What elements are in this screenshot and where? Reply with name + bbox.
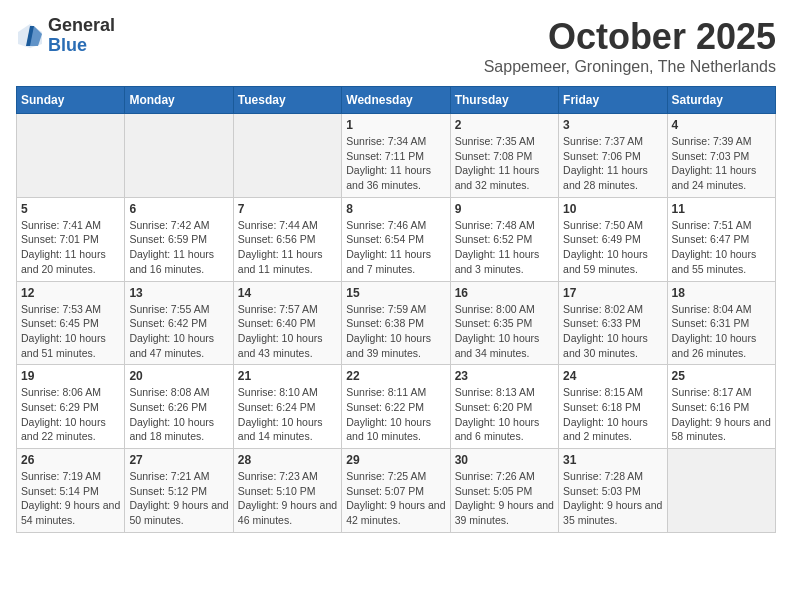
weekday-header-wednesday: Wednesday [342,87,450,114]
day-detail: Sunrise: 7:41 AM Sunset: 7:01 PM Dayligh… [21,218,120,277]
day-cell: 24Sunrise: 8:15 AM Sunset: 6:18 PM Dayli… [559,365,667,449]
day-number: 17 [563,286,662,300]
day-cell: 17Sunrise: 8:02 AM Sunset: 6:33 PM Dayli… [559,281,667,365]
logo: General Blue [16,16,115,56]
day-cell: 9Sunrise: 7:48 AM Sunset: 6:52 PM Daylig… [450,197,558,281]
day-detail: Sunrise: 7:23 AM Sunset: 5:10 PM Dayligh… [238,469,337,528]
weekday-row: SundayMondayTuesdayWednesdayThursdayFrid… [17,87,776,114]
day-number: 27 [129,453,228,467]
day-detail: Sunrise: 7:34 AM Sunset: 7:11 PM Dayligh… [346,134,445,193]
day-cell: 11Sunrise: 7:51 AM Sunset: 6:47 PM Dayli… [667,197,775,281]
weekday-header-friday: Friday [559,87,667,114]
day-number: 20 [129,369,228,383]
day-cell: 5Sunrise: 7:41 AM Sunset: 7:01 PM Daylig… [17,197,125,281]
day-number: 9 [455,202,554,216]
day-cell: 20Sunrise: 8:08 AM Sunset: 6:26 PM Dayli… [125,365,233,449]
week-row-3: 12Sunrise: 7:53 AM Sunset: 6:45 PM Dayli… [17,281,776,365]
title-area: October 2025 Sappemeer, Groningen, The N… [484,16,776,76]
day-detail: Sunrise: 8:04 AM Sunset: 6:31 PM Dayligh… [672,302,771,361]
logo-text: General Blue [48,16,115,56]
day-detail: Sunrise: 8:02 AM Sunset: 6:33 PM Dayligh… [563,302,662,361]
day-cell [667,449,775,533]
day-cell: 7Sunrise: 7:44 AM Sunset: 6:56 PM Daylig… [233,197,341,281]
day-number: 18 [672,286,771,300]
day-detail: Sunrise: 7:26 AM Sunset: 5:05 PM Dayligh… [455,469,554,528]
calendar-header: SundayMondayTuesdayWednesdayThursdayFrid… [17,87,776,114]
weekday-header-sunday: Sunday [17,87,125,114]
day-number: 7 [238,202,337,216]
day-detail: Sunrise: 7:55 AM Sunset: 6:42 PM Dayligh… [129,302,228,361]
day-number: 29 [346,453,445,467]
day-cell: 29Sunrise: 7:25 AM Sunset: 5:07 PM Dayli… [342,449,450,533]
day-number: 10 [563,202,662,216]
day-number: 28 [238,453,337,467]
day-cell: 22Sunrise: 8:11 AM Sunset: 6:22 PM Dayli… [342,365,450,449]
day-cell: 4Sunrise: 7:39 AM Sunset: 7:03 PM Daylig… [667,114,775,198]
day-detail: Sunrise: 7:19 AM Sunset: 5:14 PM Dayligh… [21,469,120,528]
header: General Blue October 2025 Sappemeer, Gro… [16,16,776,76]
day-number: 13 [129,286,228,300]
day-number: 30 [455,453,554,467]
day-number: 16 [455,286,554,300]
calendar-body: 1Sunrise: 7:34 AM Sunset: 7:11 PM Daylig… [17,114,776,533]
day-detail: Sunrise: 8:00 AM Sunset: 6:35 PM Dayligh… [455,302,554,361]
day-detail: Sunrise: 7:37 AM Sunset: 7:06 PM Dayligh… [563,134,662,193]
day-cell: 31Sunrise: 7:28 AM Sunset: 5:03 PM Dayli… [559,449,667,533]
day-cell: 25Sunrise: 8:17 AM Sunset: 6:16 PM Dayli… [667,365,775,449]
day-number: 23 [455,369,554,383]
day-cell: 1Sunrise: 7:34 AM Sunset: 7:11 PM Daylig… [342,114,450,198]
day-number: 22 [346,369,445,383]
weekday-header-monday: Monday [125,87,233,114]
day-cell: 6Sunrise: 7:42 AM Sunset: 6:59 PM Daylig… [125,197,233,281]
day-detail: Sunrise: 8:15 AM Sunset: 6:18 PM Dayligh… [563,385,662,444]
week-row-4: 19Sunrise: 8:06 AM Sunset: 6:29 PM Dayli… [17,365,776,449]
day-detail: Sunrise: 7:48 AM Sunset: 6:52 PM Dayligh… [455,218,554,277]
day-cell: 28Sunrise: 7:23 AM Sunset: 5:10 PM Dayli… [233,449,341,533]
day-number: 19 [21,369,120,383]
day-number: 2 [455,118,554,132]
day-number: 8 [346,202,445,216]
week-row-5: 26Sunrise: 7:19 AM Sunset: 5:14 PM Dayli… [17,449,776,533]
day-detail: Sunrise: 8:10 AM Sunset: 6:24 PM Dayligh… [238,385,337,444]
day-cell: 2Sunrise: 7:35 AM Sunset: 7:08 PM Daylig… [450,114,558,198]
day-cell: 14Sunrise: 7:57 AM Sunset: 6:40 PM Dayli… [233,281,341,365]
day-detail: Sunrise: 8:11 AM Sunset: 6:22 PM Dayligh… [346,385,445,444]
day-cell: 26Sunrise: 7:19 AM Sunset: 5:14 PM Dayli… [17,449,125,533]
day-number: 24 [563,369,662,383]
day-cell: 8Sunrise: 7:46 AM Sunset: 6:54 PM Daylig… [342,197,450,281]
day-number: 21 [238,369,337,383]
day-cell: 3Sunrise: 7:37 AM Sunset: 7:06 PM Daylig… [559,114,667,198]
day-detail: Sunrise: 7:57 AM Sunset: 6:40 PM Dayligh… [238,302,337,361]
day-number: 15 [346,286,445,300]
day-cell [233,114,341,198]
calendar-table: SundayMondayTuesdayWednesdayThursdayFrid… [16,86,776,533]
day-detail: Sunrise: 7:39 AM Sunset: 7:03 PM Dayligh… [672,134,771,193]
calendar-title: October 2025 [484,16,776,58]
day-number: 3 [563,118,662,132]
day-detail: Sunrise: 8:13 AM Sunset: 6:20 PM Dayligh… [455,385,554,444]
day-detail: Sunrise: 8:08 AM Sunset: 6:26 PM Dayligh… [129,385,228,444]
day-detail: Sunrise: 7:21 AM Sunset: 5:12 PM Dayligh… [129,469,228,528]
day-cell: 18Sunrise: 8:04 AM Sunset: 6:31 PM Dayli… [667,281,775,365]
day-cell: 12Sunrise: 7:53 AM Sunset: 6:45 PM Dayli… [17,281,125,365]
day-detail: Sunrise: 7:42 AM Sunset: 6:59 PM Dayligh… [129,218,228,277]
day-detail: Sunrise: 7:35 AM Sunset: 7:08 PM Dayligh… [455,134,554,193]
day-number: 6 [129,202,228,216]
day-detail: Sunrise: 7:25 AM Sunset: 5:07 PM Dayligh… [346,469,445,528]
weekday-header-thursday: Thursday [450,87,558,114]
day-cell: 15Sunrise: 7:59 AM Sunset: 6:38 PM Dayli… [342,281,450,365]
day-cell: 30Sunrise: 7:26 AM Sunset: 5:05 PM Dayli… [450,449,558,533]
day-cell: 19Sunrise: 8:06 AM Sunset: 6:29 PM Dayli… [17,365,125,449]
day-detail: Sunrise: 7:50 AM Sunset: 6:49 PM Dayligh… [563,218,662,277]
day-detail: Sunrise: 7:53 AM Sunset: 6:45 PM Dayligh… [21,302,120,361]
day-cell [17,114,125,198]
day-cell: 21Sunrise: 8:10 AM Sunset: 6:24 PM Dayli… [233,365,341,449]
weekday-header-saturday: Saturday [667,87,775,114]
week-row-1: 1Sunrise: 7:34 AM Sunset: 7:11 PM Daylig… [17,114,776,198]
day-number: 26 [21,453,120,467]
day-detail: Sunrise: 8:17 AM Sunset: 6:16 PM Dayligh… [672,385,771,444]
day-cell: 16Sunrise: 8:00 AM Sunset: 6:35 PM Dayli… [450,281,558,365]
day-detail: Sunrise: 7:46 AM Sunset: 6:54 PM Dayligh… [346,218,445,277]
logo-icon [16,22,44,50]
day-cell: 13Sunrise: 7:55 AM Sunset: 6:42 PM Dayli… [125,281,233,365]
